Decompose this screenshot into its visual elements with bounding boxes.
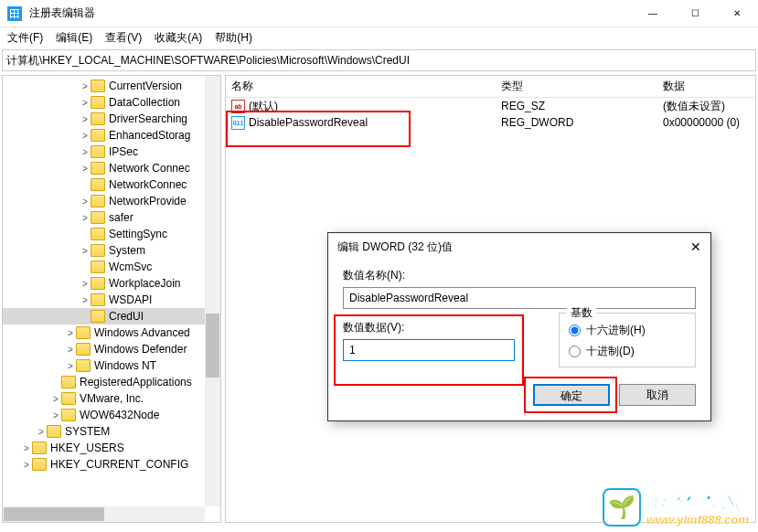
folder-icon [76, 326, 91, 339]
tree-label: SettingSync [109, 228, 167, 240]
menu-file[interactable]: 文件(F) [7, 30, 43, 46]
expand-icon[interactable]: > [21, 443, 32, 453]
expand-icon[interactable]: > [50, 410, 61, 420]
tree-item[interactable]: >WSDAPI [3, 292, 220, 308]
tree-item[interactable]: >HKEY_USERS [3, 440, 220, 456]
tree-item[interactable]: >VMware, Inc. [3, 390, 220, 407]
folder-icon [76, 343, 91, 356]
list-header: 名称 类型 数据 [226, 76, 755, 98]
col-data[interactable]: 数据 [657, 79, 755, 94]
tree-label: SYSTEM [65, 425, 110, 438]
expand-icon[interactable]: > [36, 427, 47, 437]
base-group: 基数 十六进制(H) 十进制(D) [559, 313, 696, 367]
cell-name: ab(默认) [226, 99, 496, 114]
tree-item[interactable]: SettingSync [3, 226, 220, 242]
string-icon: ab [231, 100, 245, 113]
close-button[interactable]: ✕ [716, 0, 758, 27]
folder-icon [91, 277, 105, 290]
tree-item[interactable]: >Windows Defender [3, 341, 220, 357]
tree-item[interactable]: CredUI [3, 308, 220, 325]
col-type[interactable]: 类型 [496, 79, 657, 94]
menu-help[interactable]: 帮助(H) [215, 30, 252, 46]
value-input[interactable] [343, 339, 515, 361]
folder-icon [91, 145, 105, 158]
name-label: 数值名称(N): [343, 268, 696, 283]
tree-item[interactable]: >safer [3, 209, 220, 226]
maximize-button[interactable]: ☐ [674, 0, 716, 27]
list-row[interactable]: ab(默认)REG_SZ(数值未设置) [226, 98, 755, 114]
radio-hex[interactable]: 十六进制(H) [569, 323, 686, 338]
expand-icon[interactable]: > [80, 114, 91, 124]
radio-dec-input[interactable] [569, 346, 581, 357]
expand-icon[interactable]: > [80, 81, 91, 91]
tree-label: WcmSvc [109, 261, 152, 273]
scrollbar-horizontal[interactable] [3, 506, 205, 522]
expand-icon[interactable]: > [65, 345, 76, 355]
tree-label: HKEY_CURRENT_CONFIG [50, 458, 188, 471]
tree-item[interactable]: WcmSvc [3, 259, 220, 275]
minimize-button[interactable]: — [632, 0, 674, 27]
cancel-button[interactable]: 取消 [619, 384, 696, 406]
expand-icon[interactable]: > [65, 328, 76, 338]
tree-item[interactable]: >WorkplaceJoin [3, 275, 220, 292]
tree-label: DriverSearching [109, 112, 187, 125]
expand-icon[interactable]: > [21, 460, 32, 470]
expand-icon[interactable]: > [80, 131, 91, 141]
expand-icon[interactable]: > [80, 164, 91, 174]
tree-item[interactable]: >NetworkProvide [3, 193, 220, 209]
expand-icon[interactable]: > [80, 213, 91, 223]
cell-type: REG_DWORD [496, 116, 657, 129]
expand-icon[interactable]: > [65, 361, 76, 371]
tree-item[interactable]: >Network Connec [3, 160, 220, 176]
tree-item[interactable]: >SYSTEM [3, 423, 220, 440]
tree-item[interactable]: >HKEY_CURRENT_CONFIG [3, 456, 220, 473]
tree-item[interactable]: >DriverSearching [3, 111, 220, 127]
expand-icon[interactable]: > [50, 394, 61, 404]
tree-label: VMware, Inc. [80, 392, 144, 405]
tree-item[interactable]: >CurrentVersion [3, 78, 220, 94]
radio-dec[interactable]: 十进制(D) [569, 344, 686, 359]
dialog-close-icon[interactable]: ✕ [690, 239, 701, 254]
tree-label: RegisteredApplications [80, 376, 192, 388]
value-section: 数值数据(V): [343, 320, 540, 367]
menu-favorites[interactable]: 收藏夹(A) [155, 30, 202, 46]
tree-label: System [109, 244, 145, 257]
tree-label: Windows Defender [94, 343, 187, 356]
folder-icon [91, 293, 105, 306]
address-bar[interactable]: 计算机\HKEY_LOCAL_MACHINE\SOFTWARE\Policies… [2, 49, 756, 71]
tree-item[interactable]: >WOW6432Node [3, 407, 220, 423]
cell-data: (数值未设置) [657, 99, 755, 114]
scrollbar-thumb[interactable] [206, 314, 219, 378]
menubar: 文件(F) 编辑(E) 查看(V) 收藏夹(A) 帮助(H) [0, 27, 758, 48]
name-field[interactable] [343, 287, 696, 309]
tree-item[interactable]: >System [3, 242, 220, 259]
tree-item[interactable]: >IPSec [3, 144, 220, 160]
tree-item[interactable]: RegisteredApplications [3, 374, 220, 390]
watermark-url: www.ylmf888.com [646, 513, 749, 527]
col-name[interactable]: 名称 [226, 79, 496, 94]
tree-item[interactable]: >EnhancedStorag [3, 127, 220, 144]
menu-view[interactable]: 查看(V) [105, 30, 142, 46]
list-row[interactable]: 011DisablePasswordRevealREG_DWORD0x00000… [226, 114, 755, 131]
menu-edit[interactable]: 编辑(E) [56, 30, 92, 46]
expand-icon[interactable]: > [80, 295, 91, 305]
scrollbar-thumb[interactable] [4, 507, 104, 521]
tree-item[interactable]: >DataCollection [3, 94, 220, 111]
expand-icon[interactable]: > [80, 147, 91, 157]
expand-icon[interactable]: > [80, 197, 91, 207]
tree-label: CurrentVersion [109, 80, 182, 92]
expand-icon[interactable]: > [80, 279, 91, 289]
scrollbar-vertical[interactable] [205, 76, 220, 506]
ok-button[interactable]: 确定 [533, 384, 610, 406]
dialog-body: 数值名称(N): 数值数据(V): 基数 十六进制(H) 十进制(D) [328, 261, 710, 420]
folder-icon [61, 392, 76, 405]
expand-icon[interactable]: > [80, 246, 91, 256]
radio-dec-label: 十进制(D) [586, 344, 635, 359]
expand-icon[interactable]: > [80, 98, 91, 108]
tree-label: Windows NT [94, 359, 156, 372]
radio-hex-input[interactable] [569, 325, 581, 336]
tree-item[interactable]: >Windows NT [3, 357, 220, 374]
tree-item[interactable]: >Windows Advanced [3, 325, 220, 341]
tree-label: Network Connec [109, 162, 190, 175]
tree-item[interactable]: NetworkConnec [3, 176, 220, 193]
